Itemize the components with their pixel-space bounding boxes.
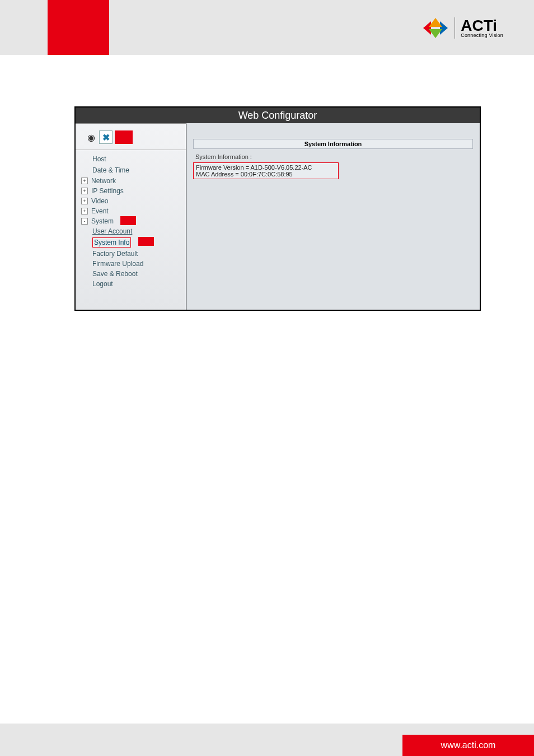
firmware-version-line: Firmware Version = A1D-500-V6.05.22-AC	[196, 164, 336, 171]
svg-marker-1	[440, 21, 448, 35]
nav-tree: Host Date & Time + Network + IP Settings…	[76, 150, 186, 292]
sidebar: ◉ ✖ Host Date & Time + Network + IP Sett…	[76, 123, 186, 310]
nav-item-host[interactable]: Host	[81, 153, 181, 165]
tool-icon[interactable]: ✖	[99, 130, 113, 144]
nav-group-system[interactable]: - System	[81, 216, 181, 226]
footer-url-box: www.acti.com	[402, 735, 534, 756]
brand-name: ACTi	[461, 18, 503, 34]
expand-icon[interactable]: +	[81, 178, 88, 184]
footer-url: www.acti.com	[441, 740, 496, 750]
nav-group-label: System	[91, 217, 114, 225]
indicator-icon	[115, 130, 133, 144]
nav-group-label: Network	[91, 177, 116, 185]
collapse-icon[interactable]: -	[81, 218, 88, 225]
nav-group-video[interactable]: + Video	[81, 196, 181, 206]
expand-icon[interactable]: +	[81, 198, 88, 204]
highlight-marker-icon	[120, 216, 136, 225]
brand-text: ACTi Connecting Vision	[461, 18, 503, 38]
document-red-tab	[48, 0, 109, 55]
section-label: System Information :	[193, 152, 473, 161]
nav-group-label: Video	[91, 197, 108, 205]
nav-item-user-account[interactable]: User Account	[91, 226, 181, 236]
nav-group-event[interactable]: + Event	[81, 206, 181, 216]
nav-item-system-info-label: System Info	[92, 237, 131, 248]
nav-item-logout[interactable]: Logout	[91, 279, 181, 289]
nav-group-network[interactable]: + Network	[81, 176, 181, 186]
window-title: Web Configurator	[238, 110, 317, 122]
expand-icon[interactable]: +	[81, 208, 88, 214]
brand-separator	[455, 17, 455, 39]
nav-item-save-reboot[interactable]: Save & Reboot	[91, 269, 181, 279]
system-info-section: System Information : Firmware Version = …	[193, 152, 473, 179]
nav-item-factory-default[interactable]: Factory Default	[91, 249, 181, 259]
nav-item-firmware-upload[interactable]: Firmware Upload	[91, 259, 181, 269]
svg-marker-0	[423, 21, 431, 35]
system-info-box: Firmware Version = A1D-500-V6.05.22-AC M…	[193, 162, 339, 179]
window-title-bar: Web Configurator	[76, 108, 480, 123]
expand-icon[interactable]: +	[81, 188, 88, 194]
sidebar-toolbar: ◉ ✖	[76, 127, 186, 150]
brand-logo: ACTi Connecting Vision	[422, 17, 503, 39]
content-panel: System Information System Information : …	[186, 123, 480, 310]
nav-group-system-children: User Account System Info Factory Default…	[81, 226, 181, 289]
highlight-marker-icon	[138, 237, 154, 246]
mac-address-line: MAC Address = 00:0F:7C:0C:58:95	[196, 171, 336, 178]
panel-title: System Information	[305, 141, 362, 147]
panel-title-bar: System Information	[193, 139, 473, 149]
brand-mark-icon	[422, 17, 449, 39]
nav-group-ip-settings[interactable]: + IP Settings	[81, 186, 181, 196]
nav-item-system-info[interactable]: System Info	[91, 236, 181, 249]
web-configurator-window: Web Configurator ◉ ✖ Host Date & Time + …	[74, 106, 481, 311]
nav-group-label: Event	[91, 207, 109, 215]
nav-item-date-time[interactable]: Date & Time	[81, 165, 181, 176]
camera-icon[interactable]: ◉	[86, 132, 97, 143]
nav-group-label: IP Settings	[91, 187, 124, 195]
brand-tagline: Connecting Vision	[461, 32, 503, 38]
